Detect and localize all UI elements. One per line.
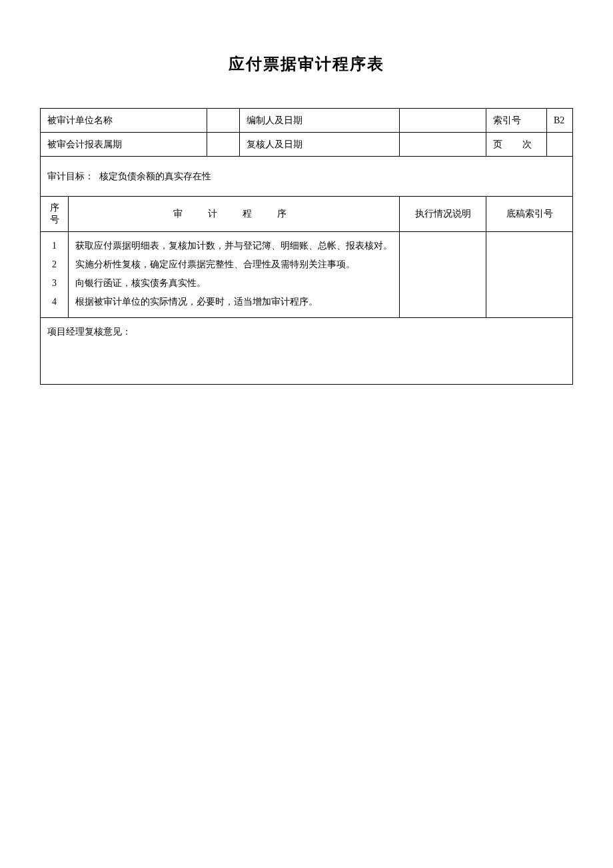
reviewer-value[interactable] xyxy=(400,133,486,157)
reviewer-label: 复核人及日期 xyxy=(239,133,400,157)
footer-row: 项目经理复核意见： xyxy=(41,318,573,385)
seq-no: 3 xyxy=(47,275,61,292)
objective-row: 审计目标： 核定负债余额的真实存在性 xyxy=(41,157,573,197)
seq-no: 1 xyxy=(47,237,61,255)
page-container: 应付票据审计程序表 被审计单位名称 编制人及日期 索引号 B2 被审会计报表属期… xyxy=(0,0,613,868)
column-header-row: 序号 审 计 程 序 执行情况说明 底稿索引号 xyxy=(41,197,573,232)
period-label: 被审会计报表属期 xyxy=(41,133,207,157)
manager-review-cell[interactable]: 项目经理复核意见： xyxy=(41,318,573,385)
preparer-value[interactable] xyxy=(400,109,486,133)
page-number-label: 页 次 xyxy=(486,133,547,157)
col-header-procedure: 审 计 程 序 xyxy=(69,197,400,232)
page-number-value[interactable] xyxy=(546,133,572,157)
procedure-item: 向银行函证，核实债务真实性。 xyxy=(75,275,392,292)
seq-no: 2 xyxy=(47,256,61,273)
col-header-seq: 序号 xyxy=(41,197,69,232)
manager-review-label: 项目经理复核意见： xyxy=(47,327,131,337)
objective-text: 核定负债余额的真实存在性 xyxy=(99,171,211,181)
seq-no: 4 xyxy=(47,293,61,311)
procedure-item: 获取应付票据明细表，复核加计数，并与登记簿、明细账、总帐、报表核对。 xyxy=(75,237,392,255)
procedure-item: 根据被审计单位的实际情况，必要时，适当增加审计程序。 xyxy=(75,293,392,311)
col-header-reference: 底稿索引号 xyxy=(486,197,573,232)
document-title: 应付票据审计程序表 xyxy=(40,53,573,75)
col-header-execution: 执行情况说明 xyxy=(400,197,486,232)
objective-cell: 审计目标： 核定负债余额的真实存在性 xyxy=(41,157,573,197)
entity-name-label: 被审计单位名称 xyxy=(41,109,207,133)
entity-name-value[interactable] xyxy=(207,109,239,133)
index-value[interactable]: B2 xyxy=(546,109,572,133)
index-label: 索引号 xyxy=(486,109,547,133)
procedure-text-cell: 获取应付票据明细表，复核加计数，并与登记簿、明细账、总帐、报表核对。 实施分析性… xyxy=(69,232,400,318)
reference-cell[interactable] xyxy=(486,232,573,318)
procedure-item: 实施分析性复核，确定应付票据完整性、合理性及需特别关注事项。 xyxy=(75,256,392,273)
seq-number-cell: 1 2 3 4 xyxy=(41,232,69,318)
procedure-body-row: 1 2 3 4 获取应付票据明细表，复核加计数，并与登记簿、明细账、总帐、报表核… xyxy=(41,232,573,318)
meta-row-2: 被审会计报表属期 复核人及日期 页 次 xyxy=(41,133,573,157)
meta-row-1: 被审计单位名称 编制人及日期 索引号 B2 xyxy=(41,109,573,133)
objective-label: 审计目标： xyxy=(47,171,94,181)
preparer-label: 编制人及日期 xyxy=(239,109,400,133)
period-value[interactable] xyxy=(207,133,239,157)
audit-form-table: 被审计单位名称 编制人及日期 索引号 B2 被审会计报表属期 复核人及日期 页 … xyxy=(40,108,573,385)
execution-cell[interactable] xyxy=(400,232,486,318)
